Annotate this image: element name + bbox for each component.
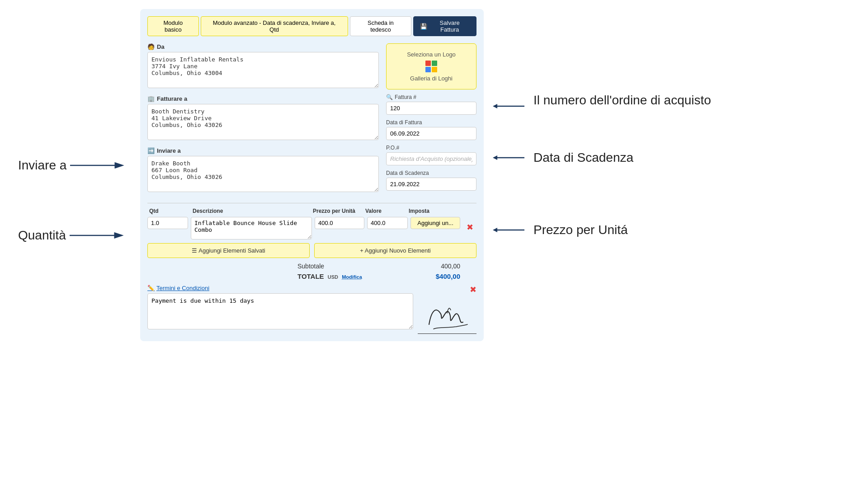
inviare-a-annotation: Inviare a	[18, 158, 124, 173]
total-row: TOTALE USD Modifica $400,00	[297, 272, 460, 280]
terms-label-link[interactable]: ✏️ Termini e Condizioni	[147, 285, 209, 291]
invoice-date-group: Data di Fattura	[386, 119, 476, 140]
tax-select-button[interactable]: Aggiungi un...	[410, 217, 460, 229]
ship-to-section: ➡️ Inviare a Drake Booth 667 Loon Road C…	[147, 147, 379, 194]
invoice-form: Modulo basico Modulo avanzato - Data di …	[140, 9, 484, 341]
left-column: 🧑 Da Envious Inflatable Rentals 3774 Ivy…	[147, 43, 379, 199]
invoice-date-label: Data di Fattura	[386, 119, 476, 126]
bill-to-textarea[interactable]: Booth Dentistry 41 Lakeview Drive Columb…	[147, 104, 379, 140]
from-textarea[interactable]: Envious Inflatable Rentals 3774 Ivy Lane…	[147, 52, 379, 88]
po-number-input[interactable]	[386, 152, 476, 165]
invoice-number-input[interactable]	[386, 102, 476, 115]
bill-to-icon: 🏢	[147, 95, 155, 102]
quantita-label: Quantità	[18, 228, 66, 243]
unit-price-input[interactable]	[315, 217, 364, 229]
po-arrow	[493, 93, 529, 120]
tab-modulo-basico[interactable]: Modulo basico	[147, 16, 199, 36]
terms-textarea[interactable]: Payment is due within 15 days	[147, 293, 413, 329]
due-date-label: Data di Scadenza	[386, 170, 476, 176]
description-input[interactable]: Inflatable Bounce House Slide Combo	[191, 217, 312, 239]
logo-grid-green	[432, 61, 437, 66]
header-qty: Qtd	[149, 208, 190, 214]
form-body: 🧑 Da Envious Inflatable Rentals 3774 Ivy…	[147, 43, 476, 199]
right-column: Seleziona un Logo Galleria di Loghi 🔍 Fa…	[386, 43, 476, 199]
invoice-number-label: 🔍 Fattura #	[386, 94, 476, 100]
po-annotation: Il numero dell'ordine di acquisto	[493, 93, 711, 120]
ship-to-label: ➡️ Inviare a	[147, 147, 379, 154]
svg-marker-9	[493, 228, 497, 232]
unit-price-arrow	[493, 223, 529, 237]
save-button[interactable]: 💾 Salvare Fattura	[413, 16, 476, 36]
line-items-section: Qtd Descrizione Prezzo per Unità Valore …	[147, 203, 476, 258]
line-item-row: Inflatable Bounce House Slide Combo Aggi…	[147, 217, 476, 239]
add-new-element-button[interactable]: + Aggiungi Nuovo Elementi	[314, 243, 476, 258]
terms-pencil-icon: ✏️	[147, 285, 155, 291]
from-section: 🧑 Da Envious Inflatable Rentals 3774 Ivy…	[147, 43, 379, 90]
header-tax: Imposta	[409, 208, 458, 214]
tab-bar: Modulo basico Modulo avanzato - Data di …	[147, 16, 476, 36]
add-buttons-row: ☰ Aggiungi Elementi Salvati + Aggiungi N…	[147, 243, 476, 258]
signature-box	[418, 293, 476, 334]
due-date-group: Data di Scadenza	[386, 170, 476, 191]
logo-select-label: Seleziona un Logo	[390, 51, 472, 58]
header-action	[461, 208, 475, 214]
signature-svg	[420, 297, 474, 333]
ship-to-icon: ➡️	[147, 147, 155, 154]
total-label: TOTALE USD Modifica	[297, 272, 362, 280]
logo-grid-yellow	[432, 67, 437, 72]
invoice-number-group: 🔍 Fattura #	[386, 94, 476, 115]
logo-grid-blue	[425, 67, 431, 72]
logo-box[interactable]: Seleziona un Logo Galleria di Loghi	[386, 43, 476, 89]
header-description: Descrizione	[193, 208, 310, 214]
tab-modulo-avanzato[interactable]: Modulo avanzato - Data di scadenza, Invi…	[201, 16, 348, 36]
value-input[interactable]	[367, 217, 408, 229]
save-icon: 💾	[420, 23, 427, 30]
quantita-arrow	[70, 230, 124, 241]
terms-section: ✏️ Termini e Condizioni ✖ Payment is due…	[147, 285, 476, 334]
quantita-annotation: Quantità	[18, 228, 124, 243]
svg-marker-5	[493, 104, 497, 108]
due-date-annotation: Data di Scadenza	[493, 150, 711, 165]
right-annotations: Il numero dell'ordine di acquisto Data d…	[493, 93, 711, 237]
logo-grid-red	[425, 61, 431, 66]
line-items-header: Qtd Descrizione Prezzo per Unità Valore …	[147, 208, 476, 214]
add-saved-elements-button[interactable]: ☰ Aggiungi Elementi Salvati	[147, 243, 310, 258]
from-icon: 🧑	[147, 43, 155, 50]
total-value: $400,00	[436, 272, 460, 280]
terms-link-text: Termini e Condizioni	[156, 285, 209, 291]
po-label: Il numero dell'ordine di acquisto	[533, 93, 711, 108]
subtotal-value: 400,00	[441, 263, 460, 270]
due-date-input[interactable]	[386, 178, 476, 191]
header-value: Valore	[365, 208, 406, 214]
svg-marker-1	[115, 163, 122, 168]
totals-section: Subtotale 400,00 TOTALE USD Modifica $40…	[147, 263, 476, 280]
save-label: Salvare Fattura	[429, 19, 470, 33]
from-label: 🧑 Da	[147, 43, 379, 50]
svg-marker-7	[493, 155, 497, 160]
invoice-date-input[interactable]	[386, 127, 476, 140]
remove-line-item-button[interactable]: ✖	[463, 222, 476, 232]
po-number-group: P.O.#	[386, 145, 476, 165]
unit-price-annotation: Prezzo per Unitá	[493, 223, 711, 237]
due-date-label: Data di Scadenza	[533, 150, 633, 165]
modify-link[interactable]: Modifica	[342, 274, 362, 280]
bill-to-label: 🏢 Fatturare a	[147, 95, 379, 102]
due-date-arrow	[493, 151, 529, 164]
unit-price-label: Prezzo per Unitá	[533, 223, 628, 237]
svg-marker-3	[115, 233, 122, 238]
subtotal-row: Subtotale 400,00	[297, 263, 460, 270]
inviare-a-arrow	[70, 160, 124, 171]
currency-badge: USD	[328, 274, 338, 280]
ship-to-textarea[interactable]: Drake Booth 667 Loon Road Columbus, Ohio…	[147, 156, 379, 192]
logo-grid-icon	[425, 61, 437, 72]
inviare-a-label: Inviare a	[18, 158, 66, 173]
terms-row: Payment is due within 15 days	[147, 293, 476, 334]
tab-scheda-tedesco[interactable]: Scheda in tedesco	[350, 16, 412, 36]
qty-input[interactable]	[147, 217, 188, 229]
remove-terms-button[interactable]: ✖	[470, 285, 476, 295]
header-unit-price: Prezzo per Unità	[313, 208, 363, 214]
logo-gallery-label: Galleria di Loghi	[390, 75, 472, 82]
po-number-label: P.O.#	[386, 145, 476, 151]
invoice-number-icon: 🔍	[386, 94, 393, 100]
bill-to-section: 🏢 Fatturare a Booth Dentistry 41 Lakevie…	[147, 95, 379, 142]
